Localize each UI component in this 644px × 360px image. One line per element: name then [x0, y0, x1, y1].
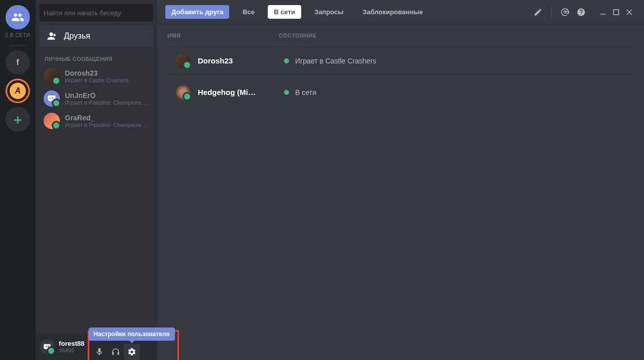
dm-name: Dorosh23	[65, 69, 129, 77]
tab-all[interactable]: Все	[236, 5, 261, 19]
friends-nav[interactable]: Друзья	[40, 25, 153, 47]
topbar: Добавить друга Все В сети Запросы Заблок…	[157, 0, 644, 24]
avatar	[44, 90, 60, 107]
avatar	[44, 113, 60, 129]
friends-icon	[46, 30, 57, 42]
friend-row-dorosh[interactable]: Dorosh23 Играет в Castle Crashers	[165, 45, 636, 76]
server-f[interactable]: f	[6, 50, 30, 75]
self-avatar[interactable]	[40, 339, 55, 354]
dm-name: UnJnErO	[65, 91, 149, 100]
online-dot-icon	[284, 58, 289, 63]
dm-sub: Играет в Castle Crashers	[65, 77, 129, 83]
mute-mic-button[interactable]	[91, 344, 108, 360]
col-name-header: ИМЯ	[167, 32, 279, 39]
avatar	[44, 68, 60, 84]
help-button[interactable]	[573, 4, 589, 20]
self-tag: #6456	[59, 347, 85, 353]
headphones-icon	[111, 347, 120, 356]
col-status-header: СОСТОЯНИЕ	[279, 32, 634, 39]
dm-item-unjnero[interactable]: UnJnErO Играет в Paladins: Champions of …	[39, 87, 154, 110]
friends-columns-header: ИМЯ СОСТОЯНИЕ	[157, 24, 644, 45]
friend-row-hedgehog[interactable]: Hedgehog (Mi… В сети	[165, 76, 636, 108]
svg-rect-1	[614, 10, 619, 15]
tab-pending[interactable]: Запросы	[308, 5, 349, 19]
search-box[interactable]	[40, 4, 153, 21]
dm-sub: Играет в Paladins: Champions of th…	[65, 122, 149, 128]
rail-separator	[9, 45, 26, 46]
guild-rail: 2 В СЕТИ f A ＋	[0, 0, 35, 360]
dm-sub: Играет в Paladins: Champions of th…	[65, 100, 149, 106]
server-a[interactable]: A	[6, 79, 30, 103]
new-group-dm-button[interactable]	[530, 4, 546, 20]
toolbar-separator	[551, 7, 552, 18]
main-area: Добавить друга Все В сети Запросы Заблок…	[157, 0, 644, 360]
dm-item-grared[interactable]: GraRed_ Играет в Paladins: Champions of …	[39, 110, 154, 132]
dm-sidebar: Друзья ЛИЧНЫЕ СООБЩЕНИЯ Dorosh23 Играет …	[35, 0, 157, 360]
window-close[interactable]	[623, 6, 636, 19]
deafen-button[interactable]	[108, 344, 124, 360]
at-icon	[560, 8, 569, 17]
gear-icon	[127, 347, 136, 356]
window-minimize[interactable]	[596, 6, 610, 19]
settings-highlight: Настройки пользователя	[88, 330, 179, 360]
add-friend-button[interactable]: Добавить друга	[165, 5, 229, 19]
window-maximize[interactable]	[610, 6, 623, 19]
online-count-label: 2 В СЕТИ	[6, 32, 30, 38]
tab-online[interactable]: В сети	[268, 5, 301, 19]
user-settings-tooltip: Настройки пользователя	[89, 328, 175, 341]
friend-status: Играет в Castle Crashers	[284, 57, 376, 65]
user-panel: forest88 #6456 Настройки пользователя	[35, 334, 157, 360]
dm-item-dorosh[interactable]: Dorosh23 Играет в Castle Crashers	[39, 65, 154, 87]
help-icon	[577, 8, 586, 17]
home-button[interactable]	[6, 5, 30, 29]
avatar	[175, 85, 191, 100]
mentions-button[interactable]	[557, 4, 573, 20]
friends-nav-label: Друзья	[64, 31, 90, 41]
online-dot-icon	[284, 90, 289, 95]
user-settings-button[interactable]: Настройки пользователя	[124, 344, 140, 360]
avatar	[175, 53, 191, 69]
compose-icon	[533, 8, 543, 17]
search-input[interactable]	[44, 9, 149, 17]
friend-name: Hedgehog (Mi…	[198, 88, 284, 96]
add-server-button[interactable]: ＋	[6, 107, 30, 132]
dm-section-title: ЛИЧНЫЕ СООБЩЕНИЯ	[35, 47, 157, 65]
tab-blocked[interactable]: Заблокированные	[356, 5, 429, 19]
dm-name: GraRed_	[65, 114, 149, 122]
self-username: forest88	[59, 340, 85, 347]
friend-status: В сети	[284, 88, 316, 96]
friend-name: Dorosh23	[198, 56, 284, 65]
microphone-icon	[95, 347, 104, 356]
